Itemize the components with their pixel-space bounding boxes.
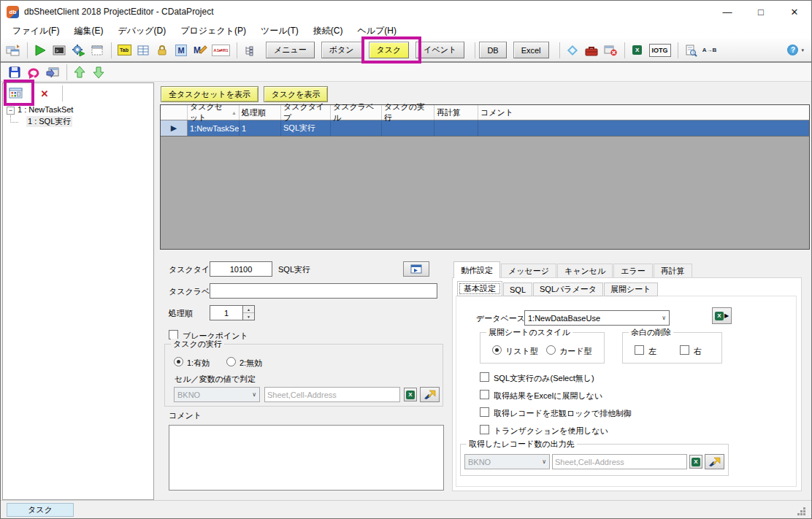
spin-up-icon[interactable]: ▲ (243, 306, 254, 313)
lock-icon[interactable] (153, 42, 171, 59)
header-taskexec[interactable]: タスクの実行 (382, 105, 434, 120)
subtab-basic[interactable]: 基本設定 (457, 281, 502, 296)
tab-error[interactable]: エラー (613, 264, 653, 278)
minimize-button[interactable]: — (710, 1, 744, 23)
subtab-sheet[interactable]: 展開シート (604, 282, 658, 296)
exec-disabled-radio[interactable] (226, 357, 236, 366)
run-icon[interactable] (31, 42, 49, 59)
judge-variable-combo[interactable]: BKNO ∨ (174, 387, 260, 402)
database-excel-run-button[interactable]: X ▶ (712, 307, 732, 324)
header-order[interactable]: 処理順 (240, 105, 281, 120)
tree-expander-icon[interactable]: − (7, 107, 15, 115)
subtab-sql[interactable]: SQL (503, 282, 532, 296)
iotg-icon[interactable]: IOTG (648, 42, 673, 59)
task-type-input[interactable]: 10100 (210, 261, 272, 277)
no-transaction-label: トランザクションを使用しない (494, 426, 608, 437)
tree-item-sql-task[interactable]: 1 : SQL実行 (26, 116, 72, 127)
help-icon: ? (787, 45, 798, 55)
no-transaction-checkbox[interactable] (480, 425, 489, 434)
header-taskset[interactable]: タスクセット▲ (188, 105, 240, 120)
task-label-input[interactable] (210, 283, 437, 299)
list-style-radio[interactable] (492, 345, 502, 355)
maximize-button[interactable]: □ (744, 1, 778, 23)
order-input[interactable]: 1 (210, 305, 243, 320)
sql-only-checkbox[interactable] (480, 372, 489, 382)
form-designer-icon[interactable] (4, 42, 22, 59)
gear-run-icon[interactable] (69, 42, 87, 59)
output-cell-picker-button[interactable] (705, 454, 724, 469)
order-spinner[interactable]: ▲ ▼ (243, 305, 255, 320)
menu-project[interactable]: プロジェクト(P) (173, 23, 253, 39)
menu-file[interactable]: ファイル(F) (5, 23, 66, 39)
show-tasks-button[interactable]: タスクを表示 (264, 86, 328, 102)
focus-diamond-icon[interactable] (564, 42, 581, 59)
close-button[interactable]: ✕ (778, 1, 811, 23)
tab-sheet-icon[interactable]: Tab (115, 42, 133, 59)
table-row[interactable]: ▶ 1:NewTaskSet 1 SQL実行 (161, 120, 809, 137)
header-tasktype[interactable]: タスクタイプ (281, 105, 331, 120)
header-recalc[interactable]: 再計算 (434, 105, 478, 120)
view-event-button[interactable]: イベント (415, 42, 464, 58)
import-window-icon[interactable] (44, 64, 61, 81)
no-expand-checkbox[interactable] (480, 390, 489, 399)
console-icon[interactable]: >_ (50, 42, 68, 59)
resize-grip[interactable] (803, 507, 805, 510)
view-excel-button[interactable]: Excel (513, 42, 549, 58)
grid-icon[interactable] (134, 42, 152, 59)
close-window-icon[interactable] (602, 42, 619, 59)
subtab-sqlparam[interactable]: SQLパラメータ (533, 282, 603, 296)
card-style-label: カード型 (559, 346, 592, 357)
excel-icon: X (692, 458, 700, 466)
margin-right-checkbox[interactable] (680, 345, 689, 355)
tab-cancel[interactable]: キャンセル (557, 264, 613, 278)
exec-enabled-radio[interactable] (174, 357, 183, 366)
judge-address-input[interactable]: Sheet,Cell-Address (264, 387, 400, 402)
toolbox-icon[interactable] (583, 42, 600, 59)
header-comment[interactable]: コメント (478, 105, 809, 120)
show-all-tasksets-button[interactable]: 全タスクセットを表示 (161, 86, 258, 102)
judge-excel-button[interactable]: X (404, 388, 417, 401)
new-window-icon[interactable] (88, 42, 106, 59)
header-tasklabel[interactable]: タスクラベル (331, 105, 382, 120)
judge-cell-picker-button[interactable] (420, 387, 440, 402)
view-task-button[interactable]: タスク (369, 42, 410, 58)
move-up-icon[interactable] (71, 64, 88, 81)
tab-behavior[interactable]: 動作設定 (453, 261, 500, 278)
menu-edit[interactable]: 編集(E) (66, 23, 110, 39)
output-variable-combo[interactable]: BKNO ∨ (464, 454, 550, 469)
redo-icon[interactable] (25, 64, 42, 81)
delete-taskset-icon[interactable]: ✕ (36, 85, 53, 102)
new-taskset-icon[interactable] (8, 85, 26, 102)
tab-message[interactable]: メッセージ (501, 264, 556, 278)
database-label: データベース (476, 313, 525, 324)
margin-delete-group: 余白の削除 左 右 (622, 332, 722, 364)
output-address-input[interactable]: Sheet,Cell-Address (552, 454, 687, 469)
a1r1-style-icon[interactable]: A1⇄R1 (210, 42, 231, 59)
rename-ab-icon[interactable]: A→B (701, 42, 719, 59)
tab-recalc[interactable]: 再計算 (654, 264, 692, 278)
output-excel-button[interactable]: X (689, 455, 702, 469)
task-type-select-button[interactable] (403, 261, 429, 277)
help-button[interactable]: ? ▾ (787, 45, 804, 55)
view-menu-button[interactable]: メニュー (266, 42, 315, 58)
margin-left-checkbox[interactable] (635, 345, 644, 355)
edit-macro-icon[interactable]: M (191, 42, 209, 59)
pessimistic-lock-checkbox[interactable] (480, 407, 489, 417)
menu-help[interactable]: ヘルプ(H) (351, 23, 405, 39)
save-icon[interactable] (6, 64, 23, 81)
tree-list-icon[interactable] (241, 42, 258, 59)
macro-m-icon[interactable]: M (172, 42, 190, 59)
menu-connect[interactable]: 接続(C) (306, 23, 351, 39)
spin-down-icon[interactable]: ▼ (243, 313, 254, 320)
comment-textarea[interactable] (169, 425, 444, 491)
tree-item-taskset[interactable]: 1 : NewTaskSet (18, 105, 73, 114)
move-down-icon[interactable] (90, 64, 107, 81)
menu-tools[interactable]: ツール(T) (253, 23, 306, 39)
document-search-icon[interactable] (682, 42, 700, 59)
menu-debug[interactable]: デバッグ(D) (110, 23, 173, 39)
view-button-button[interactable]: ボタン (321, 42, 362, 58)
excel-icon[interactable]: X (629, 42, 646, 59)
card-style-radio[interactable] (546, 345, 556, 355)
database-combo[interactable]: 1:NewDataBaseUse ∨ (524, 310, 670, 326)
view-db-button[interactable]: DB (479, 42, 506, 58)
